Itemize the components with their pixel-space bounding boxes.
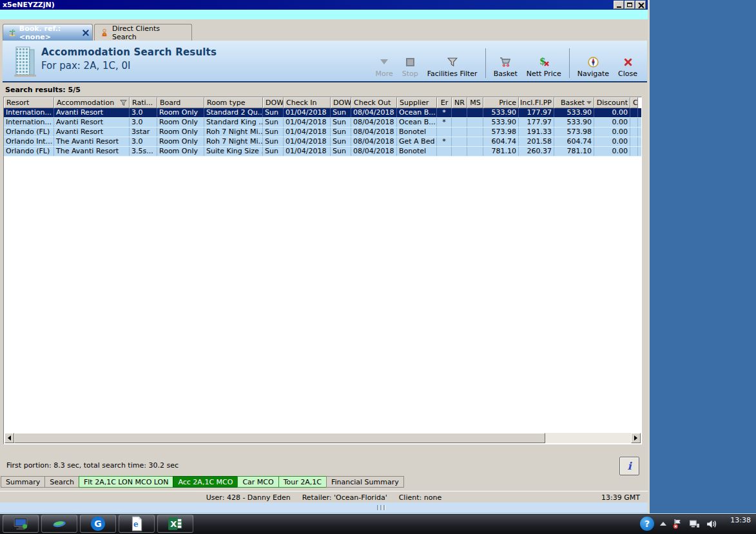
help-icon[interactable]: ? <box>640 517 654 531</box>
grid-body: Internation...Avanti Resort3.0Room OnlyS… <box>4 108 641 157</box>
table-cell: 0.00 <box>594 118 630 127</box>
info-button[interactable]: i <box>619 457 639 475</box>
table-row[interactable]: Orlando Int...The Avanti Resort3.0Room O… <box>4 137 641 147</box>
table-cell: Orlando (FL) <box>4 147 54 156</box>
search-results-count: Search results: 5/5 <box>5 86 81 94</box>
column-header-resort[interactable]: Resort <box>4 97 54 108</box>
facilities-filter-button[interactable]: Facilities Filter <box>423 54 482 78</box>
status-bar: User: 428 - Danny Eden Retailer: 'Ocean-… <box>0 491 648 503</box>
table-cell: 3.5s... <box>130 147 157 156</box>
column-header-label: NR <box>454 99 465 107</box>
tab-tour[interactable]: Tour 2A,1C <box>278 476 327 488</box>
table-cell: Sun <box>331 128 351 137</box>
taskbar-g-app-button[interactable]: G <box>80 515 116 533</box>
taskbar-excel-button[interactable]: X <box>157 515 193 533</box>
column-header-incl-fl-pp[interactable]: Incl.Fl.PP <box>519 97 554 108</box>
table-cell: The Avanti Resort <box>54 137 130 146</box>
network-icon[interactable] <box>689 519 700 529</box>
compass-icon <box>587 54 599 70</box>
maximize-button[interactable] <box>625 1 635 9</box>
show-hidden-icons-button[interactable] <box>660 522 666 526</box>
table-cell: Ocean B... <box>397 118 437 127</box>
monitor-icon <box>13 516 28 531</box>
minimize-button[interactable] <box>614 1 624 9</box>
table-cell <box>437 128 452 137</box>
column-header-discount[interactable]: Discount <box>594 97 630 108</box>
taskbar-computer-button[interactable] <box>3 515 39 533</box>
scroll-right-button[interactable] <box>631 433 641 443</box>
table-cell <box>452 108 467 117</box>
excel-icon: X <box>168 516 183 531</box>
scroll-left-button[interactable] <box>5 433 14 443</box>
tab-search[interactable]: Search <box>44 476 79 488</box>
status-user: User: 428 - Danny Eden <box>206 493 291 502</box>
taskbar-clock[interactable]: 13:38 <box>722 513 751 534</box>
volume-icon[interactable] <box>706 519 717 529</box>
table-cell: 573.98 <box>483 128 519 137</box>
table-cell <box>452 137 467 146</box>
column-header-label: Incl.Fl.PP <box>520 99 552 107</box>
tab-label: Direct Clients Search <box>112 24 186 41</box>
tab-close-icon[interactable] <box>82 30 87 36</box>
column-header-dow[interactable]: DOW <box>331 97 351 108</box>
column-header-accommodation[interactable]: Accommodation <box>54 97 130 108</box>
table-cell <box>630 147 638 156</box>
column-header-ms[interactable]: MS <box>467 97 483 108</box>
table-cell: 08/04/2018 <box>351 118 397 127</box>
table-cell: Sun <box>331 108 351 117</box>
table-row[interactable]: Orlando (FL)The Avanti Resort3.5s...Room… <box>4 147 641 157</box>
column-header-c[interactable]: C <box>630 97 638 108</box>
column-header-dow[interactable]: DOW <box>263 97 284 108</box>
close-label: Close <box>618 70 637 78</box>
basket-button[interactable]: Basket <box>489 54 522 78</box>
table-cell: 604.74 <box>483 137 519 146</box>
column-header-basket[interactable]: Basket <box>554 97 594 108</box>
page-subtitle: For pax: 2A, 1C, 0I <box>41 60 130 72</box>
toolbar: More Stop Facilities Filter Basket $ <box>371 48 642 78</box>
grid-header: ResortAccommodationRati...BoardRoom type… <box>4 97 641 108</box>
drag-grip[interactable] <box>377 505 385 510</box>
close-window-button[interactable] <box>635 1 646 9</box>
table-cell: Roh 7 Night Mi... <box>204 137 263 146</box>
table-row[interactable]: Orlando (FL)Avanti Resort3starRoom OnlyR… <box>4 128 641 137</box>
horizontal-scrollbar[interactable] <box>5 433 641 443</box>
column-header-er[interactable]: Er <box>437 97 452 108</box>
window-title: x5eNEYZZjN) <box>3 1 55 9</box>
table-cell <box>467 108 483 117</box>
close-results-button[interactable]: Close <box>614 54 642 78</box>
tab-financial-summary[interactable]: Financial Summary <box>326 476 404 488</box>
table-cell: Suite King Size ... <box>204 147 263 156</box>
tab-accommodation[interactable]: Acc 2A,1C MCO <box>173 476 238 488</box>
nett-price-button[interactable]: $ Nett Price <box>522 54 566 78</box>
table-cell <box>452 118 467 127</box>
table-row[interactable]: Internation...Avanti Resort3.0Room OnlyS… <box>4 118 641 128</box>
basket-icon <box>499 54 512 70</box>
tab-flight[interactable]: Flt 2A,1C LON MCO LON <box>79 476 173 488</box>
taskbar-ie-document-button[interactable]: e <box>119 515 155 533</box>
table-cell: Room Only <box>157 147 204 156</box>
status-client: Client: none <box>399 493 442 502</box>
column-header-board[interactable]: Board <box>157 97 204 108</box>
action-center-flag-icon[interactable] <box>672 519 683 529</box>
window-title-bar[interactable]: x5eNEYZZjN) <box>0 0 648 10</box>
tab-booking-ref[interactable]: Book. ref.: <none> <box>3 24 93 41</box>
column-header-label: Er <box>441 99 448 107</box>
column-header-check-out[interactable]: Check Out <box>351 97 397 108</box>
column-header-check-in[interactable]: Check In <box>284 97 331 108</box>
column-header-label: DOW <box>333 99 351 107</box>
tab-direct-clients-search[interactable]: Direct Clients Search <box>94 24 192 41</box>
column-header-room-type[interactable]: Room type <box>204 97 263 108</box>
table-row[interactable]: Internation...Avanti Resort3.0Room OnlyS… <box>4 108 641 118</box>
navigate-button[interactable]: Navigate <box>573 54 614 78</box>
column-header-rati-[interactable]: Rati... <box>130 97 157 108</box>
dock-strip <box>0 502 648 513</box>
scrollbar-thumb[interactable] <box>14 433 545 443</box>
column-header-price[interactable]: Price <box>483 97 519 108</box>
tab-car[interactable]: Car MCO <box>237 476 278 488</box>
table-cell: 3star <box>130 128 157 137</box>
column-header-nr[interactable]: NR <box>452 97 467 108</box>
taskbar-app-button[interactable] <box>41 515 77 533</box>
tab-summary[interactable]: Summary <box>1 476 45 488</box>
column-header-supplier[interactable]: Supplier <box>397 97 437 108</box>
sort-arrow-icon <box>586 101 592 104</box>
